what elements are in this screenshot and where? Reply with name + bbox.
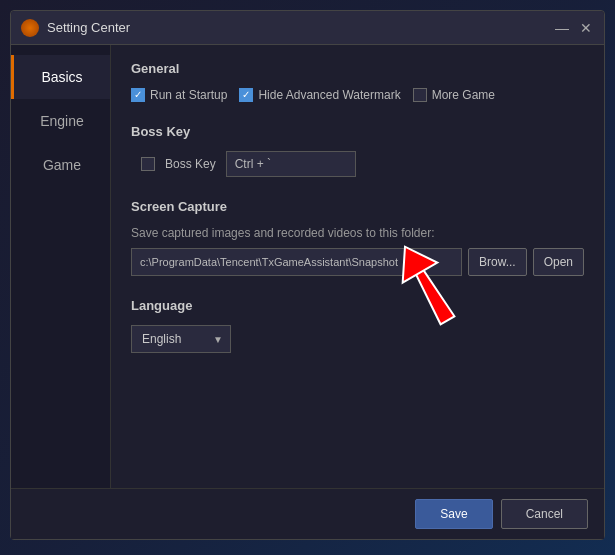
app-icon — [21, 19, 39, 37]
boss-key-input[interactable] — [226, 151, 356, 177]
main-panel: General Run at Startup Hide Advanced Wat… — [111, 45, 604, 488]
language-select-wrapper: English Chinese Japanese Korean ▼ — [131, 325, 231, 353]
hide-watermark-checkbox[interactable] — [239, 88, 253, 102]
run-at-startup-label: Run at Startup — [150, 88, 227, 102]
close-button[interactable]: ✕ — [578, 20, 594, 36]
language-select[interactable]: English Chinese Japanese Korean — [131, 325, 231, 353]
boss-key-row: Boss Key — [131, 151, 584, 177]
sidebar: Basics Engine Game — [11, 45, 111, 488]
more-game-label: More Game — [432, 88, 495, 102]
sidebar-item-basics[interactable]: Basics — [11, 55, 110, 99]
more-game-checkbox[interactable] — [413, 88, 427, 102]
window-controls: — ✕ — [554, 20, 594, 36]
screen-capture-section: Screen Capture Save captured images and … — [131, 199, 584, 276]
run-at-startup-group: Run at Startup — [131, 88, 227, 102]
cancel-button[interactable]: Cancel — [501, 499, 588, 529]
title-bar: Setting Center — ✕ — [11, 11, 604, 45]
minimize-button[interactable]: — — [554, 20, 570, 36]
hide-watermark-group: Hide Advanced Watermark — [239, 88, 400, 102]
boss-key-label: Boss Key — [165, 157, 216, 171]
sidebar-item-game[interactable]: Game — [11, 143, 110, 187]
general-title: General — [131, 61, 584, 76]
boss-key-section: Boss Key Boss Key — [131, 124, 584, 177]
screen-capture-title: Screen Capture — [131, 199, 584, 214]
open-button[interactable]: Open — [533, 248, 584, 276]
capture-path-input[interactable] — [131, 248, 462, 276]
browse-button[interactable]: Brow... — [468, 248, 527, 276]
dialog-footer: Save Cancel — [11, 488, 604, 539]
boss-key-title: Boss Key — [131, 124, 584, 139]
general-section: General Run at Startup Hide Advanced Wat… — [131, 61, 584, 102]
capture-path-row: Brow... Open — [131, 248, 584, 276]
save-button[interactable]: Save — [415, 499, 492, 529]
language-section: Language English Chinese Japanese Korean… — [131, 298, 584, 353]
boss-key-checkbox[interactable] — [141, 157, 155, 171]
language-title: Language — [131, 298, 584, 313]
dialog-title: Setting Center — [47, 20, 554, 35]
content-area: Basics Engine Game General Run at Startu… — [11, 45, 604, 488]
general-checkboxes-row: Run at Startup Hide Advanced Watermark M… — [131, 88, 584, 102]
capture-description: Save captured images and recorded videos… — [131, 226, 584, 240]
more-game-group: More Game — [413, 88, 495, 102]
hide-watermark-label: Hide Advanced Watermark — [258, 88, 400, 102]
run-at-startup-checkbox[interactable] — [131, 88, 145, 102]
sidebar-item-engine[interactable]: Engine — [11, 99, 110, 143]
settings-dialog: Setting Center — ✕ Basics Engine Game Ge… — [10, 10, 605, 540]
